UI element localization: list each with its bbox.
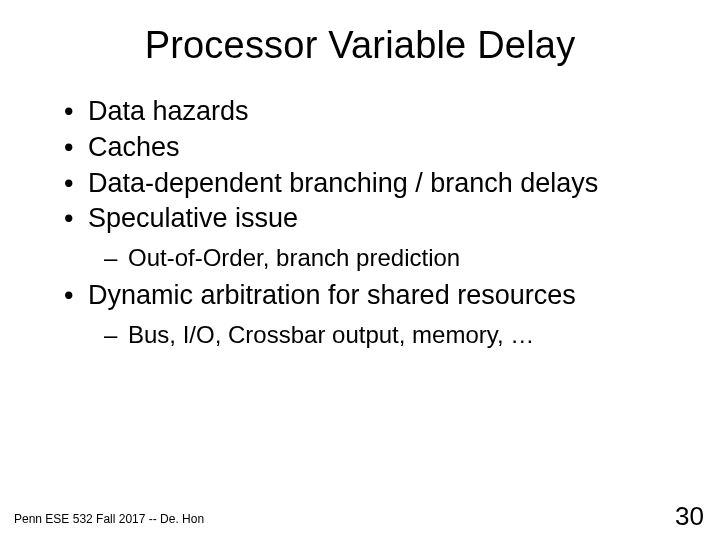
bullet-item: Data hazards [60, 95, 680, 129]
bullet-item: Dynamic arbitration for shared resources… [60, 279, 680, 350]
bullet-item: Data-dependent branching / branch delays [60, 167, 680, 201]
bullet-text: Caches [88, 132, 180, 162]
slide: Processor Variable Delay Data hazards Ca… [0, 0, 720, 540]
sub-bullet-text: Bus, I/O, Crossbar output, memory, … [128, 321, 534, 348]
sub-bullet-list: Bus, I/O, Crossbar output, memory, … [88, 319, 680, 350]
sub-bullet-list: Out-of-Order, branch prediction [88, 242, 680, 273]
sub-bullet-item: Out-of-Order, branch prediction [104, 242, 680, 273]
page-number: 30 [675, 501, 704, 532]
bullet-text: Speculative issue [88, 203, 298, 233]
sub-bullet-text: Out-of-Order, branch prediction [128, 244, 460, 271]
bullet-list: Data hazards Caches Data-dependent branc… [60, 95, 680, 350]
bullet-text: Dynamic arbitration for shared resources [88, 280, 576, 310]
bullet-item: Caches [60, 131, 680, 165]
slide-title: Processor Variable Delay [40, 24, 680, 67]
sub-bullet-item: Bus, I/O, Crossbar output, memory, … [104, 319, 680, 350]
bullet-text: Data hazards [88, 96, 249, 126]
slide-content: Data hazards Caches Data-dependent branc… [40, 95, 680, 350]
bullet-item: Speculative issue Out-of-Order, branch p… [60, 202, 680, 273]
bullet-text: Data-dependent branching / branch delays [88, 168, 598, 198]
footer-attribution: Penn ESE 532 Fall 2017 -- De. Hon [14, 512, 204, 526]
